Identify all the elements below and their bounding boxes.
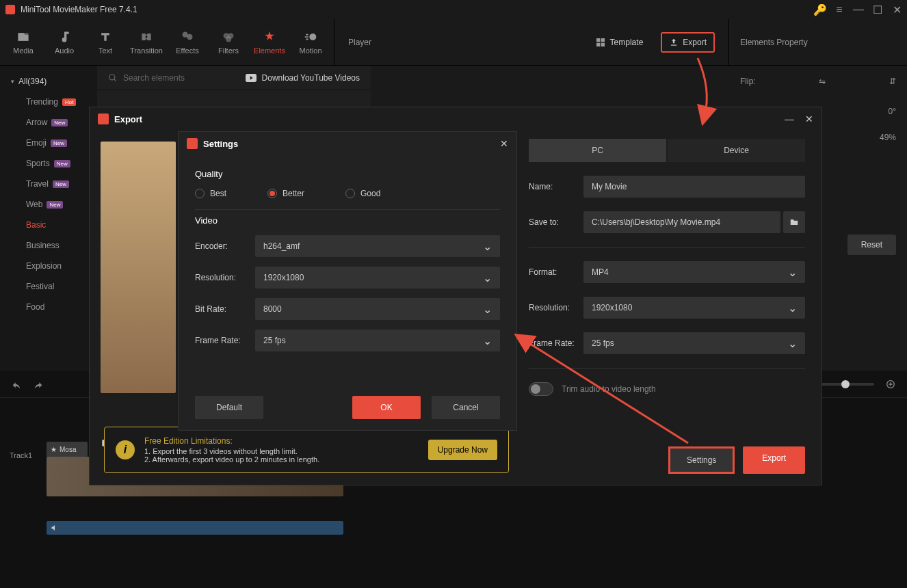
s-framerate-select[interactable]: 25 fps bbox=[255, 330, 500, 351]
saveto-input[interactable] bbox=[583, 211, 780, 233]
new-badge: New bbox=[51, 119, 68, 126]
toolbar-media[interactable]: Media bbox=[3, 19, 44, 65]
name-label: Name: bbox=[529, 182, 583, 191]
resolution-select[interactable]: 1920x1080 bbox=[583, 297, 805, 319]
upgrade-button[interactable]: Upgrade Now bbox=[428, 440, 497, 460]
hot-badge: Hot bbox=[62, 98, 76, 106]
elements-sidebar: All(394) TrendingHot ArrowNew EmojiNew S… bbox=[0, 66, 97, 371]
sidebar-item-travel[interactable]: TravelNew bbox=[0, 174, 97, 194]
limitation-line2: 2. Afterwards, export video up to 2 minu… bbox=[144, 455, 428, 464]
limitation-title: Free Edition Limitations: bbox=[144, 436, 428, 446]
rotation-value: 0° bbox=[889, 107, 896, 116]
sidebar-item-festival[interactable]: Festival bbox=[0, 276, 97, 297]
limitation-line1: 1. Export the first 3 videos without len… bbox=[144, 447, 428, 455]
settings-button[interactable]: Settings bbox=[668, 446, 735, 474]
tab-device[interactable]: Device bbox=[668, 139, 805, 162]
app-logo-icon bbox=[5, 5, 15, 14]
svg-point-5 bbox=[309, 34, 316, 40]
sidebar-item-food[interactable]: Food bbox=[0, 297, 97, 317]
key-icon[interactable]: 🔑 bbox=[815, 5, 825, 14]
sidebar-item-business[interactable]: Business bbox=[0, 235, 97, 256]
toolbar-elements[interactable]: Elements bbox=[249, 19, 290, 65]
minimize-icon[interactable]: — bbox=[854, 5, 863, 14]
trim-audio-toggle[interactable] bbox=[529, 382, 553, 396]
export-icon bbox=[669, 38, 679, 47]
info-icon: i bbox=[116, 440, 135, 459]
close-icon[interactable]: ✕ bbox=[805, 113, 813, 124]
framerate-select[interactable]: 25 fps bbox=[583, 332, 805, 354]
speaker-icon bbox=[51, 524, 59, 532]
saveto-label: Save to: bbox=[529, 217, 583, 227]
close-icon[interactable]: ✕ bbox=[500, 138, 508, 149]
zoom-in-icon[interactable] bbox=[885, 379, 896, 390]
app-title: MiniTool MovieMaker Free 7.4.1 bbox=[21, 5, 137, 14]
sidebar-item-sports[interactable]: SportsNew bbox=[0, 153, 97, 174]
toolbar-text[interactable]: Text bbox=[85, 19, 126, 65]
sidebar-item-emoji[interactable]: EmojiNew bbox=[0, 133, 97, 153]
close-icon[interactable]: ✕ bbox=[892, 5, 902, 14]
cancel-button[interactable]: Cancel bbox=[432, 396, 500, 419]
new-badge: New bbox=[53, 181, 69, 188]
quality-best-radio[interactable]: Best bbox=[195, 189, 226, 198]
sidebar-item-explosion[interactable]: Explosion bbox=[0, 256, 97, 276]
s-resolution-select[interactable]: 1920x1080 bbox=[255, 267, 500, 289]
bitrate-label: Bit Rate: bbox=[195, 304, 255, 314]
maximize-icon[interactable]: ☐ bbox=[873, 5, 882, 14]
s-framerate-label: Frame Rate: bbox=[195, 336, 255, 345]
sidebar-item-arrow[interactable]: ArrowNew bbox=[0, 112, 97, 133]
default-button[interactable]: Default bbox=[195, 396, 263, 419]
sidebar-all-header[interactable]: All(394) bbox=[0, 71, 97, 92]
format-label: Format: bbox=[529, 267, 583, 277]
do-export-button[interactable]: Export bbox=[743, 446, 805, 474]
new-badge: New bbox=[54, 160, 70, 168]
browse-button[interactable] bbox=[783, 211, 805, 233]
template-button[interactable]: Template bbox=[588, 33, 650, 52]
bitrate-select[interactable]: 8000 bbox=[255, 298, 500, 320]
svg-point-6 bbox=[109, 74, 115, 79]
download-youtube-button[interactable]: Download YouTube Videos bbox=[246, 73, 360, 83]
video-heading: Video bbox=[195, 215, 500, 226]
export-preview-thumbnail bbox=[101, 142, 176, 393]
sidebar-item-trending[interactable]: TrendingHot bbox=[0, 92, 97, 112]
search-input[interactable]: Search elements bbox=[108, 73, 185, 83]
flip-label: Flip: bbox=[740, 77, 756, 86]
menu-icon[interactable]: ≡ bbox=[834, 5, 844, 14]
toolbar-transition[interactable]: Transition bbox=[126, 19, 167, 65]
format-select[interactable]: MP4 bbox=[583, 261, 805, 283]
sidebar-item-web[interactable]: WebNew bbox=[0, 194, 97, 215]
svg-point-1 bbox=[187, 34, 192, 39]
undo-icon[interactable] bbox=[11, 379, 22, 390]
tab-pc[interactable]: PC bbox=[529, 139, 666, 162]
export-dialog-title: Export bbox=[114, 114, 142, 124]
trim-audio-label: Trim audio to video length bbox=[562, 384, 656, 394]
audio-clip[interactable] bbox=[47, 521, 343, 535]
clip-tag[interactable]: ★Mosa bbox=[47, 442, 88, 457]
toolbar-motion[interactable]: Motion bbox=[290, 19, 331, 65]
toolbar-effects[interactable]: Effects bbox=[167, 19, 208, 65]
reset-button[interactable]: Reset bbox=[847, 235, 896, 255]
encoder-select[interactable]: h264_amf bbox=[255, 235, 500, 257]
dialog-logo-icon bbox=[98, 113, 109, 124]
redo-icon[interactable] bbox=[33, 379, 44, 390]
toolbar-filters[interactable]: Filters bbox=[208, 19, 249, 65]
track-label: Track1 bbox=[10, 451, 32, 459]
flip-v-icon[interactable]: ⇵ bbox=[889, 77, 896, 86]
ok-button[interactable]: OK bbox=[352, 396, 421, 419]
svg-point-4 bbox=[226, 36, 231, 42]
quality-good-radio[interactable]: Good bbox=[345, 189, 380, 198]
minimize-icon[interactable]: — bbox=[785, 113, 794, 124]
new-badge: New bbox=[47, 201, 63, 209]
export-button[interactable]: Export bbox=[661, 32, 715, 53]
encoder-label: Encoder: bbox=[195, 241, 255, 251]
toolbar-audio[interactable]: Audio bbox=[44, 19, 85, 65]
name-input[interactable] bbox=[583, 176, 805, 198]
limitation-banner: i Free Edition Limitations: 1. Export th… bbox=[104, 427, 509, 473]
quality-heading: Quality bbox=[195, 169, 500, 179]
settings-title: Settings bbox=[203, 139, 238, 149]
flip-h-icon[interactable]: ⇋ bbox=[819, 77, 826, 86]
quality-better-radio[interactable]: Better bbox=[267, 189, 304, 198]
sidebar-item-basic[interactable]: Basic bbox=[0, 215, 97, 235]
player-label: Player bbox=[348, 38, 371, 47]
props-panel-title: Elements Property bbox=[729, 19, 907, 65]
framerate-label: Frame Rate: bbox=[529, 338, 583, 348]
